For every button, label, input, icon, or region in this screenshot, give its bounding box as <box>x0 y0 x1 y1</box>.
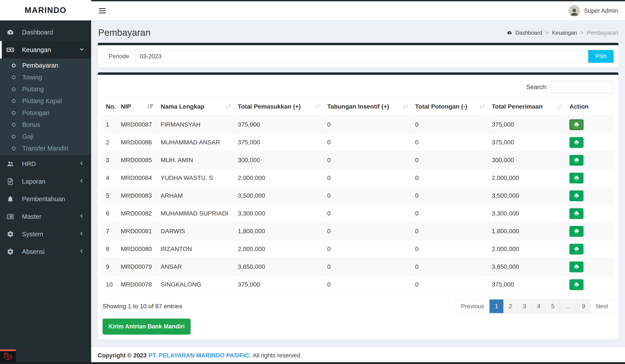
sidebar-item-potongan[interactable]: Potongan <box>0 107 91 119</box>
table-row: 5 MRD00083 ARHAM 3,500,000 0 0 3,500,000 <box>103 187 614 205</box>
column-header-action: Action <box>566 98 614 116</box>
laravel-logo-icon <box>3 352 12 362</box>
user-name: Super Admin <box>584 7 618 14</box>
main-area: Super Admin Pembayaran Dashboard > Keuan… <box>91 0 625 364</box>
breadcrumb: Dashboard > Keuangan > Pembayaran <box>507 30 618 36</box>
print-button[interactable] <box>569 137 584 148</box>
print-button[interactable] <box>569 226 584 237</box>
pagination-page-2[interactable]: 2 <box>503 300 517 313</box>
column-header-tabungan[interactable]: Tabungan Insentif (+) <box>324 98 412 116</box>
gear-icon <box>7 248 17 255</box>
pagination-page-4[interactable]: 4 <box>532 300 545 313</box>
circle-icon <box>12 123 16 127</box>
breadcrumb-keuangan[interactable]: Keuangan <box>552 30 577 36</box>
file-icon <box>7 178 17 185</box>
search-input[interactable] <box>551 81 613 93</box>
sidebar-item-label: Pemberitahuan <box>22 196 85 203</box>
debugbar-toggle[interactable] <box>0 350 16 362</box>
column-header-pemasukkan[interactable]: Total Pemasukkan (+) <box>234 98 324 116</box>
brand-logo[interactable]: MARINDO <box>0 0 91 20</box>
column-header-potongan[interactable]: Total Potongan (-) <box>412 98 488 116</box>
sidebar-item-transfer-mandiri[interactable]: Transfer Mandiri <box>0 142 91 154</box>
pagination-next[interactable]: Next <box>591 300 613 313</box>
sidebar-item-system[interactable]: System <box>0 225 91 243</box>
sidebar-item-bonus[interactable]: Bonus <box>0 119 91 131</box>
sort-both-icon <box>225 103 232 110</box>
sort-both-icon <box>402 103 409 110</box>
pagination-page-9[interactable]: 9 <box>576 300 590 313</box>
print-button[interactable] <box>569 191 584 201</box>
print-button[interactable] <box>569 261 584 272</box>
sidebar-item-pembayaran[interactable]: Pembayaran <box>0 59 91 71</box>
breadcrumb-dashboard[interactable]: Dashboard <box>515 30 542 36</box>
sidebar-item-gaji[interactable]: Gaji <box>0 131 91 142</box>
sidebar-item-keuangan[interactable]: Keuangan <box>0 41 91 58</box>
avatar <box>568 5 580 16</box>
chevron-left-icon <box>79 178 85 185</box>
pilih-button[interactable]: Pilih <box>588 50 614 63</box>
payments-table: No. NIP Nama Lengkap <box>103 97 614 294</box>
gear-icon <box>7 230 17 238</box>
user-menu[interactable]: Super Admin <box>561 1 625 20</box>
column-header-no: No. <box>103 98 117 116</box>
circle-icon <box>12 64 16 67</box>
sort-both-icon <box>479 103 486 110</box>
sort-both-icon <box>557 103 563 110</box>
print-button[interactable] <box>569 173 584 183</box>
sidebar-subitem-label: Towing <box>22 74 42 81</box>
sidebar-item-label: Absensi <box>22 248 79 255</box>
sidebar-item-absensi[interactable]: Absensi <box>0 243 91 260</box>
sidebar-menu: Dashboard Keuangan Pembayaran Towing Piu <box>0 20 91 260</box>
sidebar-item-laporan[interactable]: Laporan <box>0 173 91 190</box>
print-button[interactable] <box>569 244 584 254</box>
pagination-previous[interactable]: Previous <box>456 300 489 313</box>
page-header: Pembayaran Dashboard > Keuangan > Pembay… <box>98 28 618 38</box>
sidebar-item-towing[interactable]: Towing <box>0 71 91 83</box>
sidebar-subitem-label: Piutang Kapal <box>22 97 62 105</box>
periode-label: Periode <box>103 50 135 63</box>
print-button[interactable] <box>569 119 584 130</box>
table-footer: Showing 1 to 10 of 87 entries Previous 1… <box>103 299 614 313</box>
circle-icon <box>12 135 16 139</box>
sidebar-item-piutang-kapal[interactable]: Piutang Kapal <box>0 95 91 107</box>
tachometer-icon <box>7 28 17 36</box>
column-header-nama[interactable]: Nama Lengkap <box>157 98 234 116</box>
kirim-antrian-button[interactable]: Kirim Antrian Bank Mandiri <box>103 319 191 335</box>
pagination-page-1[interactable]: 1 <box>490 300 503 313</box>
sidebar-item-label: Dashboard <box>22 29 85 36</box>
pagination-page-3[interactable]: 3 <box>518 300 531 313</box>
sidebar-subitem-label: Potongan <box>22 109 49 116</box>
table-row: 9 MRD00079 ANSAR 3,650,000 0 0 3,650,000 <box>103 258 614 276</box>
circle-icon <box>12 87 16 91</box>
breadcrumb-current: Pembayaran <box>587 30 618 36</box>
footer-copyright: Copyright © 2023 <box>98 352 147 359</box>
sidebar-item-label: HRD <box>22 160 79 168</box>
footer-company-link[interactable]: PT. PELAYARAN MARINDO PASIFIC. <box>149 352 251 359</box>
sidebar-item-pemberitahuan[interactable]: Pemberitahuan <box>0 190 91 208</box>
column-header-penerimaan[interactable]: Total Penerimaan <box>488 98 566 116</box>
sidebar-item-dashboard[interactable]: Dashboard <box>0 24 91 41</box>
page-title: Pembayaran <box>98 28 151 38</box>
sidebar-toggle-button[interactable] <box>91 1 114 20</box>
table-row: 3 MRD00085 MUH. AMIN 300,000 0 0 300,000 <box>103 151 614 169</box>
periode-input[interactable] <box>135 50 588 63</box>
periode-card: Periode Pilih <box>98 43 618 68</box>
pagination-page-5[interactable]: 5 <box>546 300 560 313</box>
circle-icon <box>12 76 16 79</box>
table-row: 4 MRD00084 YUDHA WASTU. S 2,000,000 0 0 … <box>103 169 614 187</box>
sidebar-subitem-label: Transfer Mandiri <box>22 145 68 152</box>
sidebar-item-piutang[interactable]: Piutang <box>0 83 91 95</box>
sidebar-item-label: System <box>22 231 79 238</box>
sidebar-item-hrd[interactable]: HRD <box>0 155 91 173</box>
print-button[interactable] <box>569 279 584 290</box>
tachometer-icon <box>507 30 512 35</box>
column-header-nip[interactable]: NIP <box>117 98 157 116</box>
circle-icon <box>12 99 16 103</box>
table-card: Search: No. NIP <box>98 72 618 339</box>
sidebar-item-master[interactable]: Master <box>0 208 91 225</box>
sort-desc-icon <box>147 103 154 110</box>
print-button[interactable] <box>569 208 584 219</box>
print-button[interactable] <box>569 155 584 166</box>
table-row: 10 MRD00078 SINGKALONG 375,000 0 0 375,0… <box>103 276 614 294</box>
circle-icon <box>12 111 16 115</box>
